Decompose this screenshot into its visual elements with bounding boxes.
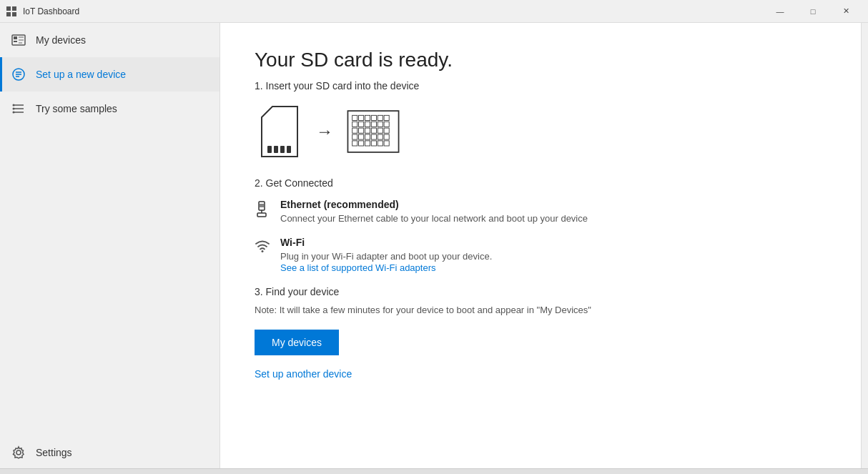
window-title: IoT Dashboard <box>23 6 764 16</box>
my-devices-icon <box>11 33 26 47</box>
svg-rect-1 <box>12 6 16 11</box>
svg-point-19 <box>13 112 15 114</box>
ethernet-section: Ethernet (recommended) Connect your Ethe… <box>255 199 827 224</box>
sidebar-item-setup-label: Set up a new device <box>36 69 126 80</box>
wifi-desc: Plug in your Wi-Fi adapter and boot up y… <box>280 251 492 262</box>
sidebar-item-try-samples[interactable]: Try some samples <box>0 92 220 126</box>
title-bar: IoT Dashboard — □ ✕ <box>0 0 868 23</box>
sidebar-item-setup-new-device[interactable]: Set up a new device <box>0 57 220 92</box>
step2-label: 2. Get Connected <box>255 177 827 189</box>
device-svg <box>345 107 402 157</box>
ethernet-title: Ethernet (recommended) <box>280 199 588 210</box>
step3-label: 3. Find your device <box>255 286 827 297</box>
wifi-icon <box>255 237 272 273</box>
svg-point-17 <box>13 104 15 107</box>
ethernet-icon <box>255 199 272 224</box>
wifi-adapters-link[interactable]: See a list of supported Wi-Fi adapters <box>280 262 436 273</box>
close-button[interactable]: ✕ <box>829 0 862 23</box>
sidebar-item-my-devices[interactable]: My devices <box>0 23 220 57</box>
wifi-details: Wi-Fi Plug in your Wi-Fi adapter and boo… <box>280 237 492 273</box>
try-samples-icon <box>11 102 26 116</box>
app-body: My devices Set up a new device <box>0 23 868 468</box>
wifi-section: Wi-Fi Plug in your Wi-Fi adapter and boo… <box>255 237 827 273</box>
svg-point-20 <box>16 450 21 455</box>
scrollbar[interactable] <box>861 23 868 468</box>
svg-point-62 <box>262 250 264 252</box>
svg-rect-8 <box>19 39 24 41</box>
svg-rect-6 <box>14 41 17 42</box>
sidebar-item-samples-label: Try some samples <box>36 103 117 114</box>
svg-rect-22 <box>274 146 278 153</box>
ethernet-desc: Connect your Ethernet cable to your loca… <box>280 213 588 224</box>
settings-icon <box>11 445 26 460</box>
sidebar: My devices Set up a new device <box>0 23 220 468</box>
maximize-button[interactable]: □ <box>797 0 829 23</box>
svg-rect-7 <box>19 36 24 38</box>
svg-rect-0 <box>6 6 11 11</box>
svg-point-18 <box>13 108 15 110</box>
svg-rect-5 <box>14 36 17 39</box>
setup-another-link[interactable]: Set up another device <box>255 368 827 380</box>
settings-label: Settings <box>36 447 72 458</box>
svg-rect-2 <box>6 12 11 16</box>
window-controls: — □ ✕ <box>764 0 862 23</box>
svg-rect-23 <box>280 146 285 153</box>
main-content: Your SD card is ready. 1. Insert your SD… <box>220 23 861 468</box>
svg-rect-9 <box>19 42 22 44</box>
page-title: Your SD card is ready. <box>255 49 827 71</box>
sd-card-svg <box>255 103 305 160</box>
svg-rect-24 <box>287 146 291 153</box>
arrow-icon: → <box>316 122 333 142</box>
svg-rect-61 <box>257 213 266 217</box>
my-devices-button[interactable]: My devices <box>255 330 339 355</box>
sd-diagram: → <box>255 103 827 160</box>
setup-device-icon <box>11 67 26 82</box>
step1-label: 1. Insert your SD card into the device <box>255 80 827 92</box>
minimize-button[interactable]: — <box>764 0 797 23</box>
sidebar-nav: My devices Set up a new device <box>0 23 220 437</box>
wifi-title: Wi-Fi <box>280 237 492 248</box>
sidebar-footer-settings[interactable]: Settings <box>0 437 220 468</box>
taskbar-strip <box>0 468 868 474</box>
svg-rect-3 <box>12 12 16 16</box>
svg-rect-21 <box>267 146 272 153</box>
sidebar-item-my-devices-label: My devices <box>36 34 86 46</box>
step3-note: Note: It will take a few minutes for you… <box>255 305 827 315</box>
app-icon <box>6 6 17 17</box>
ethernet-details: Ethernet (recommended) Connect your Ethe… <box>280 199 588 224</box>
